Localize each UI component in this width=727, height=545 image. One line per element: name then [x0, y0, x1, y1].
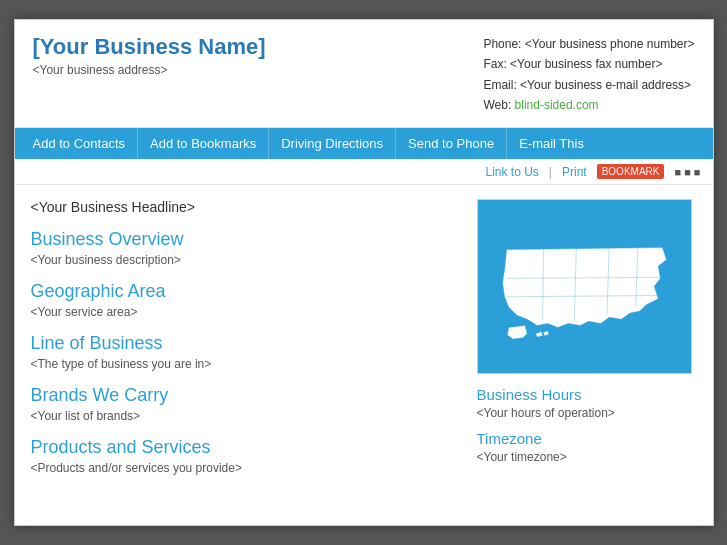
left-column: <Your Business Headline> Business Overvi…	[31, 199, 461, 511]
business-name: [Your Business Name]	[33, 34, 266, 60]
section-desc-2: <The type of business you are in>	[31, 357, 461, 371]
fax-value: <Your business fax number>	[510, 57, 662, 71]
nav-add-to-bookmarks[interactable]: Add to Bookmarks	[138, 128, 269, 159]
email-value: <Your business e-mail address>	[520, 78, 691, 92]
section-desc-1: <Your service area>	[31, 305, 461, 319]
business-headline: <Your Business Headline>	[31, 199, 461, 215]
header: [Your Business Name] <Your business addr…	[15, 20, 713, 129]
nav-driving-directions[interactable]: Driving Directions	[269, 128, 396, 159]
main-content: <Your Business Headline> Business Overvi…	[15, 185, 713, 525]
section-title-1: Geographic Area	[31, 281, 461, 302]
navbar: Add to Contacts Add to Bookmarks Driving…	[15, 128, 713, 159]
section-desc-3: <Your list of brands>	[31, 409, 461, 423]
bookmark-icons: ■ ■ ■	[674, 166, 700, 178]
nav-add-to-contacts[interactable]: Add to Contacts	[21, 128, 139, 159]
section-desc-0: <Your business description>	[31, 253, 461, 267]
header-right: Phone: <Your business phone number> Fax:…	[483, 34, 694, 116]
page-wrapper: [Your Business Name] <Your business addr…	[14, 19, 714, 527]
section-desc-4: <Products and/or services you provide>	[31, 461, 461, 475]
header-left: [Your Business Name] <Your business addr…	[33, 34, 266, 116]
section-title-2: Line of Business	[31, 333, 461, 354]
phone-label: Phone:	[483, 37, 521, 51]
us-map-svg	[482, 204, 687, 369]
fax-label: Fax:	[483, 57, 506, 71]
util-separator: |	[549, 165, 552, 179]
right-column: Business Hours <Your hours of operation>…	[477, 199, 697, 511]
business-hours-desc: <Your hours of operation>	[477, 406, 697, 420]
fax-line: Fax: <Your business fax number>	[483, 54, 694, 74]
phone-line: Phone: <Your business phone number>	[483, 34, 694, 54]
util-bar: Link to Us | Print BOOKMARK ■ ■ ■	[15, 159, 713, 185]
bookmark-label: BOOKMARK	[602, 166, 660, 177]
section-title-4: Products and Services	[31, 437, 461, 458]
bookmark-button[interactable]: BOOKMARK	[597, 164, 665, 179]
nav-send-to-phone[interactable]: Send to Phone	[396, 128, 507, 159]
phone-value: <Your business phone number>	[525, 37, 695, 51]
timezone-desc: <Your timezone>	[477, 450, 697, 464]
print-link[interactable]: Print	[562, 165, 587, 179]
web-line: Web: blind-sided.com	[483, 95, 694, 115]
timezone-title: Timezone	[477, 430, 697, 447]
email-line: Email: <Your business e-mail address>	[483, 75, 694, 95]
nav-email-this[interactable]: E-mail This	[507, 128, 596, 159]
web-label: Web:	[483, 98, 511, 112]
section-title-3: Brands We Carry	[31, 385, 461, 406]
web-link[interactable]: blind-sided.com	[515, 98, 599, 112]
map-container	[477, 199, 692, 374]
business-hours-title: Business Hours	[477, 386, 697, 403]
business-address: <Your business address>	[33, 63, 266, 77]
section-title-0: Business Overview	[31, 229, 461, 250]
email-label: Email:	[483, 78, 516, 92]
link-to-us[interactable]: Link to Us	[485, 165, 538, 179]
